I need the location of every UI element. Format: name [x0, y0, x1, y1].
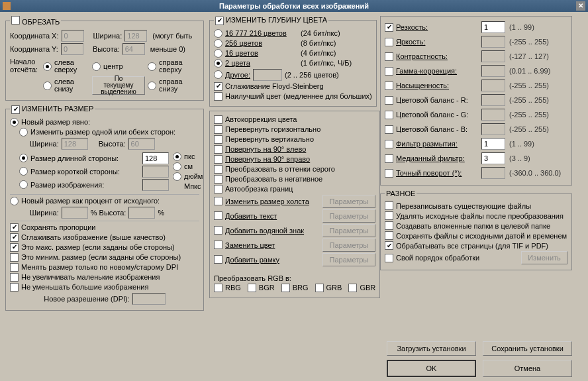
- dpi-only-checkbox[interactable]: [10, 263, 19, 272]
- canvas-params-button[interactable]: Параметры: [322, 195, 376, 208]
- rotr-checkbox[interactable]: [214, 155, 222, 164]
- unit-cm-radio[interactable]: [173, 162, 181, 171]
- balr-checkbox[interactable]: [385, 96, 393, 105]
- long-side-input[interactable]: [142, 152, 169, 164]
- other-input[interactable]: [253, 69, 282, 81]
- gbr-checkbox[interactable]: [348, 284, 357, 292]
- watermark-checkbox[interactable]: [214, 226, 222, 235]
- c4-radio[interactable]: [214, 49, 222, 58]
- origin-br-radio[interactable]: [148, 82, 156, 90]
- keep-props-checkbox[interactable]: [10, 223, 19, 232]
- other-radio[interactable]: [214, 70, 222, 79]
- origin-tl-radio[interactable]: [43, 62, 52, 71]
- blur-input[interactable]: [481, 138, 505, 150]
- coord-x-input[interactable]: [62, 30, 84, 42]
- long-side-radio[interactable]: [19, 154, 28, 162]
- p-height-input[interactable]: [128, 207, 155, 219]
- no-shrink-checkbox[interactable]: [10, 283, 19, 292]
- rotl-checkbox[interactable]: [214, 145, 222, 154]
- c24-radio[interactable]: [214, 29, 222, 38]
- rotate-checkbox[interactable]: [385, 169, 393, 178]
- current-selection-button[interactable]: По текущему выделению: [92, 76, 145, 95]
- brg-checkbox[interactable]: [281, 284, 290, 292]
- subfolders-checkbox[interactable]: [385, 221, 393, 230]
- median-input[interactable]: [481, 152, 505, 164]
- short-side-input[interactable]: [142, 166, 169, 178]
- floyd-checkbox[interactable]: [214, 82, 222, 91]
- addtext-params-button[interactable]: Параметры: [322, 209, 376, 223]
- c8-radio[interactable]: [214, 39, 222, 48]
- addtext-checkbox[interactable]: [214, 211, 222, 220]
- r-height-input[interactable]: [128, 138, 155, 150]
- addframe-params-button[interactable]: Параметры: [322, 253, 376, 266]
- watermark-params-button[interactable]: Параметры: [322, 224, 376, 237]
- coord-y-input[interactable]: [61, 43, 83, 55]
- min-size-checkbox[interactable]: [10, 253, 19, 262]
- balb-input[interactable]: [481, 123, 505, 135]
- crop-enable-checkbox[interactable]: [11, 16, 20, 25]
- origin-bl-radio[interactable]: [43, 82, 52, 90]
- crop-height-input[interactable]: [122, 43, 145, 55]
- image-size-input[interactable]: [142, 179, 169, 191]
- crop-width-input[interactable]: [124, 30, 147, 42]
- median-checkbox[interactable]: [385, 154, 393, 163]
- bright-checkbox[interactable]: [385, 38, 393, 46]
- balg-checkbox[interactable]: [385, 111, 393, 119]
- explicit-radio[interactable]: [10, 118, 19, 127]
- contrast-checkbox[interactable]: [385, 52, 393, 61]
- grb-checkbox[interactable]: [315, 284, 324, 292]
- gamma-checkbox[interactable]: [385, 67, 393, 76]
- balr-input[interactable]: [481, 94, 505, 106]
- bgr-checkbox[interactable]: [248, 284, 256, 292]
- p-width-input[interactable]: [62, 207, 88, 219]
- percent-radio[interactable]: [10, 197, 19, 205]
- load-settings-button[interactable]: Загрузить установки: [387, 341, 476, 356]
- neg-checkbox[interactable]: [214, 175, 222, 184]
- gamma-input[interactable]: [481, 65, 505, 77]
- best-checkbox[interactable]: [214, 92, 222, 101]
- no-enlarge-checkbox[interactable]: [10, 273, 19, 282]
- rotate-input[interactable]: [481, 167, 505, 179]
- customorder-checkbox[interactable]: [385, 254, 393, 262]
- smooth-checkbox[interactable]: [10, 233, 19, 242]
- sharp-input[interactable]: [481, 21, 505, 33]
- delete-checkbox[interactable]: [385, 211, 393, 220]
- unit-px-radio[interactable]: [173, 152, 181, 161]
- r-width-input[interactable]: [62, 138, 88, 150]
- origin-tr-radio[interactable]: [148, 62, 156, 71]
- close-icon[interactable]: ✕: [576, 1, 585, 11]
- contrast-input[interactable]: [481, 50, 505, 62]
- balb-checkbox[interactable]: [385, 125, 393, 134]
- unit-inch-radio[interactable]: [173, 172, 181, 181]
- replace-color-checkbox[interactable]: [214, 241, 222, 249]
- allpages-checkbox[interactable]: [385, 241, 393, 250]
- autocrop-checkbox[interactable]: [214, 185, 222, 193]
- canvas-checkbox[interactable]: [214, 197, 222, 205]
- dpi-input[interactable]: [132, 293, 166, 305]
- origin-tc-radio[interactable]: [92, 62, 101, 71]
- blur-checkbox[interactable]: [385, 140, 393, 148]
- sat-checkbox[interactable]: [385, 82, 393, 90]
- ok-button[interactable]: OK: [387, 360, 476, 377]
- replace-color-params-button[interactable]: Параметры: [322, 239, 376, 252]
- c1-radio[interactable]: [214, 59, 222, 68]
- overwrite-checkbox[interactable]: [385, 201, 393, 210]
- balg-input[interactable]: [481, 109, 505, 121]
- change-button[interactable]: Изменить: [521, 251, 567, 264]
- fliph-checkbox[interactable]: [214, 125, 222, 134]
- resize-enable-checkbox[interactable]: [11, 105, 20, 114]
- save-settings-button[interactable]: Сохранить установки: [483, 341, 572, 356]
- one-or-both-radio[interactable]: [19, 128, 28, 136]
- flipv-checkbox[interactable]: [214, 135, 222, 144]
- rbg-checkbox[interactable]: [214, 284, 222, 292]
- short-side-radio[interactable]: [19, 167, 28, 176]
- sharp-checkbox[interactable]: [385, 23, 393, 32]
- image-size-radio[interactable]: [19, 180, 28, 189]
- max-size-checkbox[interactable]: [10, 243, 19, 252]
- depth-enable-checkbox[interactable]: [215, 17, 224, 25]
- keepdate-checkbox[interactable]: [385, 231, 393, 240]
- bright-input[interactable]: [481, 36, 505, 48]
- addframe-checkbox[interactable]: [214, 255, 222, 264]
- gray-checkbox[interactable]: [214, 165, 222, 174]
- cancel-button[interactable]: Отмена: [483, 360, 572, 377]
